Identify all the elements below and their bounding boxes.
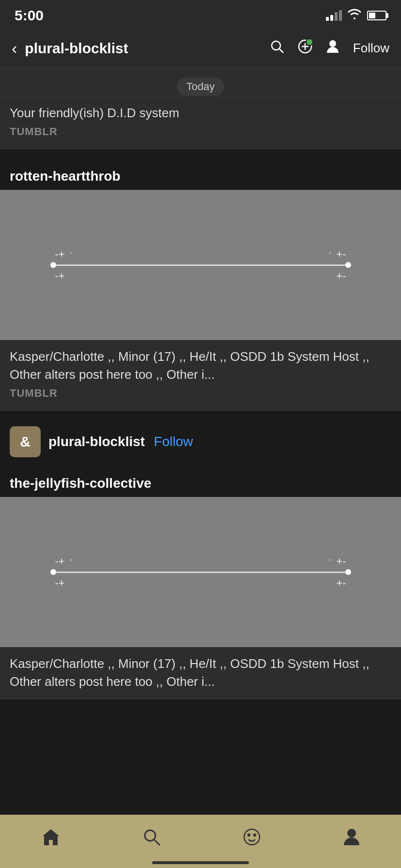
status-bar: 5:00 <box>0 0 401 29</box>
profile-nav-item[interactable] <box>343 828 360 851</box>
reblog-header: & plural-blocklist Follow <box>0 417 401 462</box>
reblog-avatar: & <box>10 426 41 457</box>
svg-point-9 <box>248 834 250 836</box>
svg-line-7 <box>154 840 160 845</box>
expand-bl-icon: -+ <box>55 270 65 282</box>
add-notification-icon[interactable] <box>298 39 312 57</box>
status-time: 5:00 <box>15 7 44 24</box>
bottom-nav <box>0 815 401 868</box>
nav-bar: ‹ plural-blocklist Follow <box>0 29 401 68</box>
expand-bl2-icon: -+ <box>55 577 65 589</box>
video-scrubber-2[interactable] <box>50 572 351 573</box>
expand-tl2-icon: -+ <box>55 555 65 568</box>
svg-point-0 <box>272 41 280 50</box>
expand-br2-icon: +- <box>336 577 346 589</box>
svg-point-5 <box>329 40 336 47</box>
avatar-symbol: & <box>20 434 31 450</box>
reblog-follow-button[interactable]: Follow <box>154 434 193 449</box>
svg-point-6 <box>145 830 155 841</box>
svg-point-11 <box>347 829 356 837</box>
status-icons <box>326 9 386 22</box>
expand-tl-icon: -+ <box>55 248 65 261</box>
search-nav-icon <box>142 828 161 851</box>
today-badge: Today <box>177 78 225 96</box>
emoji-icon <box>243 828 261 851</box>
home-indicator <box>0 861 401 864</box>
wifi-icon <box>348 9 361 22</box>
profile-icon[interactable] <box>326 39 339 57</box>
third-card: -+ ° ° +- -+ +- Kasper/Charlotte ,, Mino… <box>0 497 401 699</box>
search-icon[interactable] <box>270 39 284 57</box>
reblog-info: plural-blocklist Follow <box>48 434 193 450</box>
expand-tr-icon: +- <box>336 248 346 261</box>
second-card-source: TUMBLR <box>0 385 401 403</box>
third-card-description: Kasper/Charlotte ,, Minor (17) ,, He/It … <box>0 647 401 692</box>
expand-tr2-icon: +- <box>336 555 346 568</box>
reblogged-username: the-jellyfish-collective <box>0 462 401 497</box>
battery-icon <box>367 11 386 20</box>
back-button[interactable]: ‹ <box>12 39 17 58</box>
third-card-image: -+ ° ° +- -+ +- <box>0 497 401 647</box>
svg-point-8 <box>244 829 260 845</box>
emoji-nav-item[interactable] <box>243 828 261 851</box>
content-area: Today Your friendly(ish) D.I.D system TU… <box>0 68 401 868</box>
first-card: Your friendly(ish) D.I.D system TUMBLR <box>0 96 401 149</box>
follow-button[interactable]: Follow <box>353 41 389 56</box>
second-card-image: -+ ° ° +- -+ +- <box>0 190 401 340</box>
first-card-description: Your friendly(ish) D.I.D system <box>0 96 401 124</box>
first-card-source: TUMBLR <box>0 124 401 142</box>
second-card: -+ ° ° +- -+ +- Kasper/Charlotte ,, Mino… <box>0 190 401 411</box>
signal-bars-icon <box>326 10 342 21</box>
today-section: Today <box>0 68 401 96</box>
svg-point-10 <box>254 834 256 836</box>
search-nav-item[interactable] <box>142 828 161 851</box>
reblog-username: plural-blocklist <box>48 434 145 449</box>
nav-title: plural-blocklist <box>25 40 270 57</box>
svg-line-1 <box>279 49 283 53</box>
first-username: rotten-heartthrob <box>0 155 401 190</box>
home-nav-item[interactable] <box>41 828 61 851</box>
second-card-description: Kasper/Charlotte ,, Minor (17) ,, He/It … <box>0 340 401 385</box>
profile-nav-icon <box>343 828 360 851</box>
video-scrubber[interactable] <box>50 264 351 266</box>
nav-actions: Follow <box>270 39 389 57</box>
home-icon <box>41 828 61 851</box>
expand-br-icon: +- <box>336 270 346 282</box>
